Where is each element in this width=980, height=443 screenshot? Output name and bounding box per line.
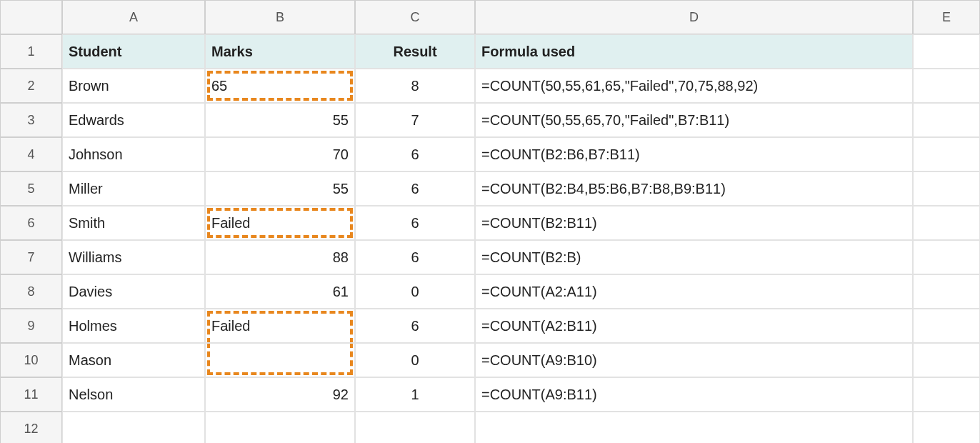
cell-E9[interactable]	[913, 309, 980, 343]
cell-A4[interactable]: Johnson	[62, 137, 205, 171]
row-header-10[interactable]: 10	[0, 343, 62, 377]
cell-A11[interactable]: Nelson	[62, 377, 205, 412]
cell-C1[interactable]: Result	[355, 34, 475, 69]
cell-A9[interactable]: Holmes	[62, 309, 205, 343]
row-header-11[interactable]: 11	[0, 377, 62, 412]
cell-A7[interactable]: Williams	[62, 240, 205, 274]
cell-E7[interactable]	[913, 240, 980, 274]
cell-B2[interactable]: 65	[205, 69, 355, 103]
cell-B11[interactable]: 92	[205, 377, 355, 412]
row-header-4[interactable]: 4	[0, 137, 62, 171]
col-header-C[interactable]: C	[355, 0, 475, 34]
cell-D5[interactable]: =COUNT(B2:B4,B5:B6,B7:B8,B9:B11)	[475, 171, 913, 206]
cell-E2[interactable]	[913, 69, 980, 103]
cell-D8[interactable]: =COUNT(A2:A11)	[475, 274, 913, 309]
cell-E11[interactable]	[913, 377, 980, 412]
cell-E12[interactable]	[913, 412, 980, 443]
cell-C11[interactable]: 1	[355, 377, 475, 412]
row-header-6[interactable]: 6	[0, 206, 62, 240]
cell-A10[interactable]: Mason	[62, 343, 205, 377]
cell-D9[interactable]: =COUNT(A2:B11)	[475, 309, 913, 343]
cell-C2[interactable]: 8	[355, 69, 475, 103]
cell-A8[interactable]: Davies	[62, 274, 205, 309]
cell-E8[interactable]	[913, 274, 980, 309]
cell-D10[interactable]: =COUNT(A9:B10)	[475, 343, 913, 377]
cell-C5[interactable]: 6	[355, 171, 475, 206]
cell-D4[interactable]: =COUNT(B2:B6,B7:B11)	[475, 137, 913, 171]
row-header-8[interactable]: 8	[0, 274, 62, 309]
cell-E3[interactable]	[913, 103, 980, 137]
cell-B5[interactable]: 55	[205, 171, 355, 206]
cell-B7[interactable]: 88	[205, 240, 355, 274]
cell-B8[interactable]: 61	[205, 274, 355, 309]
cell-D11[interactable]: =COUNT(A9:B11)	[475, 377, 913, 412]
cell-B3[interactable]: 55	[205, 103, 355, 137]
cell-B12[interactable]	[205, 412, 355, 443]
cell-D12[interactable]	[475, 412, 913, 443]
cell-B6[interactable]: Failed	[205, 206, 355, 240]
cell-B9[interactable]: Failed	[205, 309, 355, 343]
row-header-5[interactable]: 5	[0, 171, 62, 206]
row-header-2[interactable]: 2	[0, 69, 62, 103]
cell-C4[interactable]: 6	[355, 137, 475, 171]
cell-A3[interactable]: Edwards	[62, 103, 205, 137]
row-header-9[interactable]: 9	[0, 309, 62, 343]
cell-C9[interactable]: 6	[355, 309, 475, 343]
cell-B10[interactable]	[205, 343, 355, 377]
cell-E10[interactable]	[913, 343, 980, 377]
cell-E1[interactable]	[913, 34, 980, 69]
col-header-D[interactable]: D	[475, 0, 913, 34]
cell-A12[interactable]	[62, 412, 205, 443]
row-header-1[interactable]: 1	[0, 34, 62, 69]
cell-C8[interactable]: 0	[355, 274, 475, 309]
cell-D2[interactable]: =COUNT(50,55,61,65,"Failed",70,75,88,92)	[475, 69, 913, 103]
cell-E5[interactable]	[913, 171, 980, 206]
cell-E4[interactable]	[913, 137, 980, 171]
cell-D7[interactable]: =COUNT(B2:B)	[475, 240, 913, 274]
col-header-A[interactable]: A	[62, 0, 205, 34]
cell-B1[interactable]: Marks	[205, 34, 355, 69]
cell-D6[interactable]: =COUNT(B2:B11)	[475, 206, 913, 240]
cell-B4[interactable]: 70	[205, 137, 355, 171]
cell-C3[interactable]: 7	[355, 103, 475, 137]
cell-D3[interactable]: =COUNT(50,55,65,70,"Failed",B7:B11)	[475, 103, 913, 137]
cell-C10[interactable]: 0	[355, 343, 475, 377]
cell-A1[interactable]: Student	[62, 34, 205, 69]
cell-D1[interactable]: Formula used	[475, 34, 913, 69]
cell-C7[interactable]: 6	[355, 240, 475, 274]
row-header-3[interactable]: 3	[0, 103, 62, 137]
cell-A2[interactable]: Brown	[62, 69, 205, 103]
select-all-corner[interactable]	[0, 0, 62, 34]
cell-E6[interactable]	[913, 206, 980, 240]
cell-A6[interactable]: Smith	[62, 206, 205, 240]
col-header-E[interactable]: E	[913, 0, 980, 34]
cell-C6[interactable]: 6	[355, 206, 475, 240]
cell-C12[interactable]	[355, 412, 475, 443]
spreadsheet-grid[interactable]: A B C D E 1 Student Marks Result Formula…	[0, 0, 980, 443]
row-header-7[interactable]: 7	[0, 240, 62, 274]
cell-A5[interactable]: Miller	[62, 171, 205, 206]
col-header-B[interactable]: B	[205, 0, 355, 34]
row-header-12[interactable]: 12	[0, 412, 62, 443]
